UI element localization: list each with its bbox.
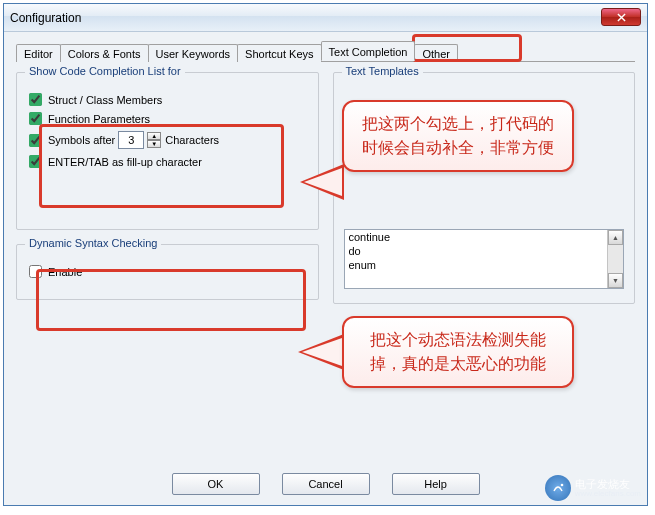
close-icon — [617, 13, 626, 22]
checkbox-struct[interactable] — [29, 93, 42, 106]
scroll-down-icon[interactable]: ▼ — [608, 273, 623, 288]
list-item[interactable]: do — [345, 244, 624, 258]
row-enter-tab: ENTER/TAB as fill-up character — [27, 155, 308, 168]
list-item[interactable]: enum — [345, 258, 624, 272]
label-symbols-suffix: Characters — [165, 134, 219, 146]
tabbar: Editor Colors & Fonts User Keywords Shor… — [16, 40, 635, 62]
tab-other[interactable]: Other — [414, 44, 458, 62]
watermark: 电子发烧友 www.elecfans.com — [545, 475, 641, 501]
label-symbols-prefix: Symbols after — [48, 134, 115, 146]
tab-shortcut-keys[interactable]: Shortcut Keys — [237, 44, 321, 62]
tab-text-completion[interactable]: Text Completion — [321, 41, 416, 61]
tab-colors-fonts[interactable]: Colors & Fonts — [60, 44, 149, 62]
callout-tail-2 — [298, 334, 344, 370]
label-func-params: Function Parameters — [48, 113, 150, 125]
callout-2: 把这个动态语法检测失能掉，真的是太恶心的功能 — [342, 316, 574, 388]
configuration-window: Configuration Editor Colors & Fonts User… — [3, 3, 648, 506]
titlebar: Configuration — [4, 4, 647, 32]
checkbox-symbols-after[interactable] — [29, 134, 42, 147]
scroll-up-icon[interactable]: ▲ — [608, 230, 623, 245]
close-button[interactable] — [601, 8, 641, 26]
label-struct: Struct / Class Members — [48, 94, 162, 106]
row-enable-syntax: Enable — [27, 265, 308, 278]
help-button[interactable]: Help — [392, 473, 480, 495]
checkbox-func-params[interactable] — [29, 112, 42, 125]
symbols-count-input[interactable]: 3 — [118, 131, 144, 149]
list-item[interactable]: continue — [345, 230, 624, 244]
ok-button[interactable]: OK — [172, 473, 260, 495]
spinner-up-icon[interactable]: ▲ — [147, 132, 161, 140]
templates-legend: Text Templates — [342, 65, 423, 77]
label-enter-tab: ENTER/TAB as fill-up character — [48, 156, 202, 168]
label-enable-syntax: Enable — [48, 266, 82, 278]
row-struct: Struct / Class Members — [27, 93, 308, 106]
watermark-line2: www.elecfans.com — [575, 490, 641, 498]
tab-editor[interactable]: Editor — [16, 44, 61, 62]
checkbox-enable-syntax[interactable] — [29, 265, 42, 278]
tab-user-keywords[interactable]: User Keywords — [148, 44, 239, 62]
row-func-params: Function Parameters — [27, 112, 308, 125]
spinner-down-icon[interactable]: ▼ — [147, 140, 161, 148]
callout-tail-1 — [300, 164, 344, 200]
completion-group: Show Code Completion List for Struct / C… — [16, 72, 319, 230]
watermark-line1: 电子发烧友 — [575, 479, 641, 490]
syntax-group: Dynamic Syntax Checking Enable — [16, 244, 319, 300]
syntax-legend: Dynamic Syntax Checking — [25, 237, 161, 249]
svg-point-0 — [560, 484, 563, 487]
left-column: Show Code Completion List for Struct / C… — [16, 72, 319, 318]
listbox-scrollbar[interactable]: ▲ ▼ — [607, 230, 623, 288]
cancel-button[interactable]: Cancel — [282, 473, 370, 495]
watermark-logo-icon — [545, 475, 571, 501]
checkbox-enter-tab[interactable] — [29, 155, 42, 168]
templates-listbox[interactable]: continue do enum ▲ ▼ — [344, 229, 625, 289]
callout-1: 把这两个勾选上，打代码的时候会自动补全，非常方便 — [342, 100, 574, 172]
row-symbols-after: Symbols after 3 ▲▼ Characters — [27, 131, 308, 149]
symbols-spinner[interactable]: ▲▼ — [147, 132, 161, 148]
window-title: Configuration — [10, 11, 81, 25]
completion-legend: Show Code Completion List for — [25, 65, 185, 77]
